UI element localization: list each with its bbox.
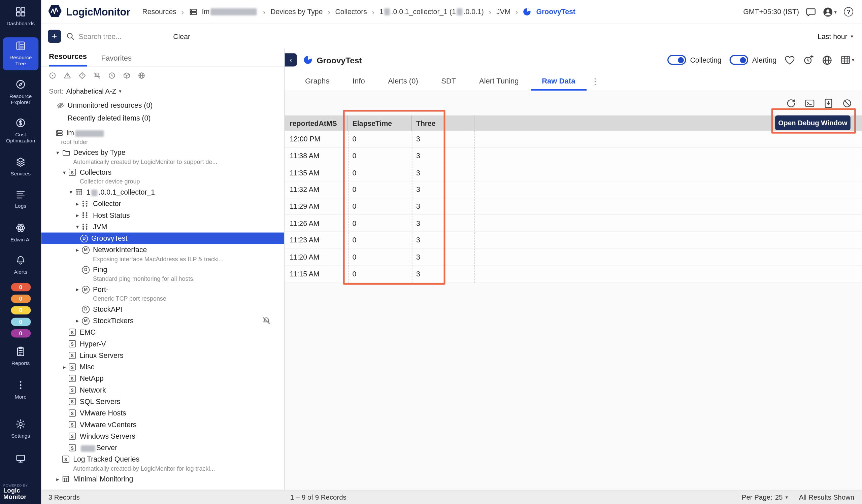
- csv-download-icon[interactable]: [824, 98, 833, 108]
- table-row[interactable]: 11:32 AM 0 3: [285, 182, 862, 198]
- tree-item-netapp[interactable]: $ NetApp: [41, 373, 284, 384]
- tree-item-server[interactable]: $ Server: [41, 442, 284, 453]
- table-row[interactable]: 11:26 AM 0 3: [285, 215, 862, 232]
- tree-item-groovytest[interactable]: D GroovyTest: [41, 233, 284, 244]
- breadcrumb-current-groovytest[interactable]: GroovyTest: [536, 8, 575, 16]
- nav-edwin-ai[interactable]: Edwin AI: [3, 220, 38, 247]
- unmonitored-resources-row[interactable]: Unmonitored resources (0): [41, 99, 284, 112]
- breadcrumb-devices-by-type[interactable]: Devices by Type: [270, 8, 323, 16]
- caret-down-icon[interactable]: ▾: [67, 189, 75, 195]
- nav-resource-explorer[interactable]: Resource Explorer: [3, 76, 38, 109]
- network-filter-icon[interactable]: [138, 72, 145, 79]
- tab-raw-data[interactable]: Raw Data: [530, 71, 587, 91]
- table-row[interactable]: 11:29 AM 0 3: [285, 198, 862, 215]
- tree-item-windows-servers[interactable]: $ Windows Servers: [41, 430, 284, 442]
- table-row[interactable]: 11:15 AM 0 3: [285, 266, 862, 282]
- tree-item-port[interactable]: ▸ M Port-: [41, 283, 284, 295]
- globe-icon[interactable]: [822, 55, 833, 65]
- table-row[interactable]: 11:23 AM 0 3: [285, 232, 862, 249]
- refresh-icon[interactable]: [786, 98, 796, 108]
- chat-icon[interactable]: [806, 7, 816, 16]
- tree-item-ping[interactable]: D Ping: [41, 264, 284, 275]
- nav-reports[interactable]: Reports: [3, 343, 38, 370]
- alerting-disabled-filter-icon[interactable]: [94, 72, 101, 79]
- nav-logs[interactable]: Logs: [3, 186, 38, 213]
- tree-item-jvm[interactable]: ▾ JVM: [41, 221, 284, 232]
- tab-favorites[interactable]: Favorites: [101, 54, 132, 67]
- table-layout-icon[interactable]: ▾: [841, 55, 854, 65]
- tree-item-stockapi[interactable]: D StockAPI: [41, 303, 284, 315]
- more-tabs-menu[interactable]: ⋮: [587, 71, 603, 91]
- caret-down-icon[interactable]: ▾: [60, 169, 69, 175]
- caret-right-icon[interactable]: ▸: [73, 212, 82, 218]
- alerting-toggle[interactable]: Alerting: [730, 55, 776, 65]
- nav-more[interactable]: More: [3, 376, 38, 403]
- caret-right-icon[interactable]: ▸: [73, 201, 82, 207]
- clear-search-button[interactable]: Clear: [173, 32, 190, 40]
- add-resource-button[interactable]: +: [48, 30, 61, 43]
- tree-item-host-status[interactable]: ▸ Host Status: [41, 209, 284, 221]
- caret-right-icon[interactable]: ▸: [60, 364, 69, 370]
- user-menu[interactable]: ▾: [823, 7, 837, 16]
- tab-sdt[interactable]: SDT: [430, 71, 468, 91]
- favorite-heart-icon[interactable]: [785, 55, 795, 65]
- per-page-dropdown[interactable]: Per Page: 25 ▾: [742, 493, 788, 501]
- logicmonitor-logo[interactable]: LogicMonitor: [48, 4, 130, 20]
- tree-item-stocktickers[interactable]: ▸ M StockTickers: [41, 315, 284, 327]
- breadcrumb-collectors[interactable]: Collectors: [335, 8, 367, 16]
- caret-right-icon[interactable]: ▸: [73, 287, 82, 293]
- sort-dropdown[interactable]: Sort: Alphabetical A-Z ▾: [41, 83, 284, 99]
- debug-console-icon[interactable]: [805, 98, 814, 108]
- warning-filter-icon[interactable]: [64, 72, 71, 79]
- tree-item-minimal-monitoring[interactable]: ▸ Minimal Monitoring: [41, 473, 284, 485]
- collapse-tree-button[interactable]: ‹: [285, 53, 297, 66]
- recently-deleted-row[interactable]: Recently deleted items (0): [41, 111, 284, 124]
- tree-item-sql-servers[interactable]: $ SQL Servers: [41, 396, 284, 407]
- tab-alerts[interactable]: Alerts (0): [377, 71, 430, 91]
- tree-item-collectors[interactable]: ▾ $ Collectors: [41, 167, 284, 178]
- tree-item-collector-ds[interactable]: ▸ Collector: [41, 198, 284, 209]
- caret-right-icon[interactable]: ▸: [53, 476, 62, 482]
- table-row[interactable]: 11:38 AM 0 3: [285, 148, 862, 164]
- nav-resource-tree[interactable]: Resource Tree: [3, 37, 38, 70]
- collecting-toggle[interactable]: Collecting: [668, 55, 722, 65]
- search-input[interactable]: [78, 32, 149, 40]
- tab-info[interactable]: Info: [341, 71, 377, 91]
- breadcrumb-account[interactable]: lm: [202, 8, 258, 16]
- tab-resources[interactable]: Resources: [49, 52, 87, 66]
- critical-alert-badge[interactable]: 0: [11, 283, 31, 291]
- tree-item-devices-by-type[interactable]: ▾ Devices by Type: [41, 147, 284, 158]
- breadcrumb-jvm[interactable]: JVM: [496, 8, 510, 16]
- nav-services[interactable]: Services: [3, 154, 38, 181]
- tree-item-misc[interactable]: ▸ $ Misc: [41, 361, 284, 373]
- caret-right-icon[interactable]: ▸: [73, 247, 82, 253]
- tree-item-hyper-v[interactable]: $ Hyper-V: [41, 338, 284, 349]
- nav-console[interactable]: [3, 450, 38, 469]
- open-debug-window-button[interactable]: Open Debug Window: [775, 116, 851, 130]
- caret-right-icon[interactable]: ▸: [73, 318, 82, 324]
- package-filter-icon[interactable]: [123, 72, 130, 79]
- sdt-alert-badge[interactable]: 0: [11, 318, 31, 326]
- caret-down-icon[interactable]: ▾: [73, 224, 82, 230]
- table-row[interactable]: 12:00 PM 0 3: [285, 131, 862, 148]
- warning-alert-badge[interactable]: 0: [11, 306, 31, 315]
- nav-cost-optimization[interactable]: Cost Optimization: [3, 114, 38, 147]
- error-filter-icon[interactable]: [78, 72, 86, 79]
- tree-item-collector-device[interactable]: ▾ 1.0.0.1_collector_1: [41, 186, 284, 198]
- sdt-clock-icon[interactable]: [804, 55, 814, 65]
- dead-alert-badge[interactable]: 0: [11, 329, 31, 337]
- sdt-filter-icon[interactable]: [108, 72, 116, 79]
- error-alert-badge[interactable]: 0: [11, 295, 31, 303]
- tree-item-linux-servers[interactable]: $ Linux Servers: [41, 349, 284, 361]
- help-icon[interactable]: ?: [844, 7, 853, 16]
- tree-item-networkinterface[interactable]: ▸ M NetworkInterface: [41, 244, 284, 255]
- nav-settings[interactable]: Settings: [3, 415, 38, 442]
- tree-item-log-tracked-queries[interactable]: $ Log Tracked Queries: [41, 453, 284, 465]
- caret-down-icon[interactable]: ▾: [53, 149, 62, 156]
- nav-dashboards[interactable]: Dashboards: [3, 3, 38, 30]
- tab-alert-tuning[interactable]: Alert Tuning: [468, 71, 530, 91]
- breadcrumb-collector-device[interactable]: 1.0.0.1_collector_1 (1.0.0.1): [379, 8, 484, 16]
- table-row[interactable]: 11:35 AM 0 3: [285, 164, 862, 182]
- disable-poll-icon[interactable]: [842, 98, 852, 108]
- tab-graphs[interactable]: Graphs: [293, 71, 341, 91]
